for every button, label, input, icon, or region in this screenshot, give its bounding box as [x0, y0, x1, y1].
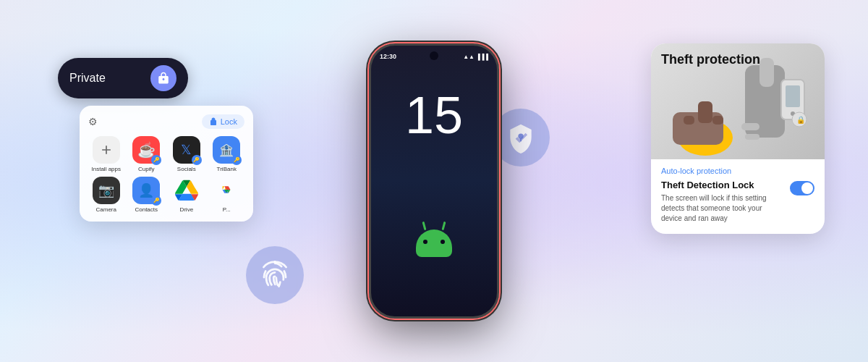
- mascot-body: [405, 230, 463, 257]
- lock-btn-icon: [209, 117, 218, 126]
- card-body: Auto-lock protection Theft Detection Loc…: [651, 159, 825, 234]
- app-item-cupify[interactable]: ☕ 🔑 Cupify: [129, 136, 165, 172]
- app-label: TriBank: [217, 166, 237, 172]
- app-icon-camera: 📷: [93, 177, 120, 204]
- theft-detection-toggle[interactable]: [790, 181, 814, 195]
- app-label: Cupify: [138, 166, 155, 172]
- phone-container: 12:30 ▲▲ ▐▐▐ 15: [369, 43, 499, 319]
- svg-rect-13: [745, 134, 760, 140]
- private-space-badge: Private: [58, 58, 188, 98]
- app-grid-panel: ⚙ Lock Install apps ☕ 🔑 Cupify: [80, 106, 253, 222]
- app-item-contacts[interactable]: 👤 🔑 Contacts: [129, 177, 165, 213]
- mascot-head: [416, 230, 452, 257]
- toggle-knob: [801, 182, 813, 194]
- feature-title: Theft Detection Lock: [661, 180, 784, 190]
- shield-bubble: [492, 109, 550, 167]
- app-icon-contacts: 👤 🔑: [132, 177, 160, 204]
- app-item-socials[interactable]: 𝕏 🔑 Socials: [169, 136, 205, 172]
- app-icon-socials: 𝕏 🔑: [173, 136, 200, 164]
- app-grid: Install apps ☕ 🔑 Cupify 𝕏 🔑 Socials 🏦 🔑: [88, 136, 244, 213]
- app-item-install[interactable]: Install apps: [88, 136, 124, 172]
- fingerprint-icon: [259, 259, 291, 291]
- svg-rect-8: [760, 58, 774, 87]
- lock-icon: [157, 72, 170, 85]
- phone-number: 15: [405, 89, 463, 141]
- auto-lock-label: Auto-lock protection: [661, 167, 814, 175]
- app-label: Contacts: [135, 206, 158, 213]
- app-icon-drive: [173, 177, 200, 204]
- shield-key-icon: [505, 122, 537, 153]
- app-item-photos[interactable]: P...: [209, 177, 245, 213]
- left-panel: Private ⚙ Lock Install apps: [58, 58, 253, 222]
- status-icons: ▲▲ ▐▐▐: [463, 54, 488, 60]
- antenna-right: [441, 222, 446, 230]
- android-mascot: [405, 230, 463, 273]
- app-label: Camera: [96, 206, 116, 213]
- toggle-row: Theft Detection Lock The screen will loc…: [661, 180, 814, 224]
- eye-left: [423, 240, 427, 244]
- svg-rect-4: [698, 101, 712, 123]
- feature-desc: The screen will lock if this setting det…: [661, 193, 784, 224]
- svg-rect-1: [520, 138, 522, 142]
- lock-button[interactable]: Lock: [202, 114, 244, 129]
- svg-rect-6: [712, 116, 723, 125]
- private-label: Private: [69, 72, 106, 85]
- signal-icon: ▐▐▐: [476, 54, 488, 60]
- lock-badge: [150, 65, 176, 91]
- svg-rect-10: [786, 85, 800, 107]
- app-label: P...: [223, 206, 231, 213]
- app-icon-install: [93, 136, 120, 164]
- toggle-text: Theft Detection Lock The screen will loc…: [661, 180, 784, 224]
- app-item-drive[interactable]: Drive: [169, 177, 205, 213]
- svg-rect-5: [684, 116, 694, 125]
- svg-rect-12: [741, 123, 760, 130]
- panel-toolbar: ⚙ Lock: [88, 114, 244, 129]
- card-illustration: 🔒: [651, 43, 825, 159]
- fingerprint-bubble: [246, 246, 304, 304]
- eye-right: [441, 240, 445, 244]
- card-illustration-svg: 🔒: [658, 43, 817, 159]
- card-image: Theft protection: [651, 43, 825, 159]
- app-icon-cupify: ☕ 🔑: [132, 136, 160, 164]
- app-label: Drive: [179, 206, 193, 213]
- app-label: Socials: [177, 166, 196, 172]
- svg-point-0: [518, 134, 523, 139]
- theft-protection-card: Theft protection: [651, 43, 825, 234]
- status-bar: 12:30 ▲▲ ▐▐▐: [380, 53, 488, 60]
- gear-icon[interactable]: ⚙: [88, 116, 98, 127]
- app-item-tribank[interactable]: 🏦 🔑 TriBank: [209, 136, 245, 172]
- app-label: Install apps: [92, 166, 121, 172]
- wifi-icon: ▲▲: [463, 54, 475, 60]
- phone: 12:30 ▲▲ ▐▐▐ 15: [369, 43, 499, 319]
- app-icon-tribank: 🏦 🔑: [213, 136, 240, 164]
- app-icon-photos: [213, 177, 240, 204]
- antenna-left: [422, 222, 426, 230]
- app-item-camera[interactable]: 📷 Camera: [88, 177, 124, 213]
- status-time: 12:30: [380, 53, 396, 60]
- svg-text:🔒: 🔒: [796, 115, 806, 125]
